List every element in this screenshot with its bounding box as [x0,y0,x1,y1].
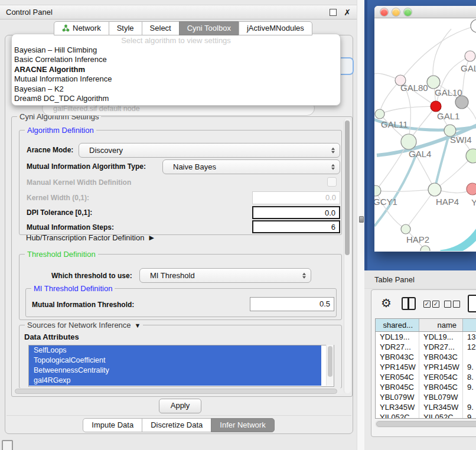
column-header-name[interactable]: name [419,319,463,331]
network-window-titlebar [374,6,476,18]
split-view-icon[interactable] [402,297,416,310]
tab-discretize-data[interactable]: Discretize Data [142,418,211,432]
network-node[interactable] [375,109,384,119]
table-row[interactable]: YDR27...YDR27...12 [376,342,476,352]
collapsed-arrow-icon[interactable]: ▶ [149,234,154,242]
algorithm-option-basic-correlation-inference[interactable]: Basic Correlation Inference [12,55,340,64]
sources-title-label: Sources for Network Inference [27,321,131,330]
column-header-2[interactable] [463,319,476,331]
network-node[interactable] [431,101,441,112]
unchecked-checkbox-icon[interactable] [444,301,451,308]
mi-steps-label: Mutual Information Steps: [27,223,114,231]
table-row[interactable]: YBR045CYBR045C9. [376,382,476,392]
table-row[interactable]: YDL19...YDL19...13 [376,332,476,342]
minimize-traffic-light-icon[interactable] [392,8,400,16]
attribute-item-selfloops[interactable]: SelfLoops [29,345,321,356]
split-pane-divider[interactable] [357,0,365,450]
apply-button[interactable]: Apply [159,399,201,413]
hub-definition-expander[interactable]: Hub/Transcription Factor Definition ▶ [26,233,154,242]
algorithm-option-aracne-algorithm[interactable]: ARACNE Algorithm [12,65,340,74]
which-threshold-value: MI Threshold [150,271,195,280]
scrollbar-thumb[interactable] [15,389,337,394]
network-canvas[interactable]: GALGAL80GAL10GAL1GAL11SWI4GAL4GCY1HAP4YH… [374,18,476,251]
unchecked-checkbox-icon[interactable] [453,301,460,308]
attribute-item-topologicalcoefficient[interactable]: TopologicalCoefficient [29,356,321,366]
checked-checkbox-icon[interactable]: ✓ [432,301,439,308]
scrollbar-thumb[interactable] [328,346,332,377]
mi-type-combo[interactable]: Naive Bayes [162,159,340,174]
settings-horizontal-scrollbar[interactable] [14,388,343,394]
attributes-list-scrollbar[interactable] [326,345,334,386]
algorithm-dropdown-prompt: Select algorithm to view settings [12,35,340,45]
table-row[interactable]: YIL052CYIL052C9. [376,412,476,418]
kernel-width-label: Kernel Width (0,1): [27,194,89,202]
algorithm-option-bayesian-hill-climbing[interactable]: Bayesian – Hill Climbing [12,45,340,55]
network-node-label: GAL4 [409,149,431,159]
attribute-item-gal4rgexp[interactable]: gal4RGexp [29,376,321,386]
table-cell: YDR27... [419,342,463,352]
close-icon[interactable]: ✗ [344,9,351,15]
tab-network[interactable]: Network [54,21,109,35]
table-panel: ⚙ ✓ ✓ shared...name YDL19...YDL19...13YD… [371,289,476,437]
sources-group-title[interactable]: Sources for Network Inference ▼ [25,321,143,330]
minimized-panel-icon[interactable] [2,440,13,450]
mi-threshold-field[interactable]: 0.5 [250,297,334,311]
aracne-mode-combo[interactable]: Discovery [79,143,340,158]
gear-icon[interactable]: ⚙ [381,296,392,310]
tab-style[interactable]: Style [109,21,142,35]
checked-checkbox-icon[interactable]: ✓ [423,301,431,308]
algorithm-option-dream8-dc-tdc-algorithm[interactable]: Dream8 DC_TDC Algorithm [12,94,340,103]
manual-kernel-checkbox[interactable] [327,177,337,187]
table-row[interactable]: YER054CYER054C8. [376,372,476,382]
which-threshold-combo[interactable]: MI Threshold [139,268,311,283]
table-rows: YDL19...YDL19...13YDR27...YDR27...12YBR0… [376,332,476,418]
column-header-shared[interactable]: shared... [376,319,419,331]
table-cell: YBR045C [376,382,419,392]
algorithm-option-bayesian-k2[interactable]: Bayesian – K2 [12,84,340,94]
table-row[interactable]: YBR043CYBR043C [376,352,476,362]
network-node-label: GAL [461,63,476,73]
divider-grip-icon[interactable] [359,216,364,223]
table-horizontal-scrollbar[interactable] [375,420,476,428]
scrollbar-thumb[interactable] [376,421,476,427]
tab-jactivemnodules[interactable]: jActiveMNodules [239,21,312,35]
network-node[interactable] [427,76,440,89]
data-attributes-list[interactable]: SelfLoopsTopologicalCoefficientBetweenne… [28,345,334,387]
mi-steps-field[interactable]: 6 [252,220,340,233]
close-traffic-light-icon[interactable] [380,8,388,16]
panel-separator [6,415,351,416]
expanded-arrow-icon[interactable]: ▼ [135,322,141,329]
algorithm-option-mutual-information-inference[interactable]: Mutual Information Inference [12,74,340,84]
network-node[interactable] [401,134,416,149]
table-cell: YBL079W [376,392,419,402]
scrollbar-thumb[interactable] [345,120,350,255]
tab-infer-network[interactable]: Infer Network [211,418,274,432]
table-row[interactable]: YPR145WYPR145W9. [376,362,476,372]
network-node[interactable] [455,96,468,109]
network-node[interactable] [466,149,476,163]
aracne-mode-value: Discovery [89,146,123,155]
float-window-icon[interactable] [330,9,337,16]
network-node[interactable] [374,185,381,196]
manual-kernel-label: Manual Kernel Width Definition [27,178,131,187]
settings-vertical-scrollbar[interactable] [344,119,351,393]
mi-type-value: Naive Bayes [173,162,216,171]
network-node[interactable] [428,183,441,196]
attribute-item-betweennesscentrality[interactable]: BetweennessCentrality [29,366,321,376]
table-cell: 8. [463,372,476,382]
table-cell: YBL079W [419,392,463,402]
tab-cyni-toolbox[interactable]: Cyni Toolbox [179,21,239,35]
tab-impute-data[interactable]: Impute Data [83,418,142,432]
network-node[interactable] [471,19,476,32]
dpi-tolerance-field[interactable]: 0.0 [252,206,340,219]
network-node[interactable] [467,183,476,195]
panel-icon[interactable] [468,295,476,312]
tab-select[interactable]: Select [142,21,180,35]
kernel-width-field[interactable]: 0.0 [252,191,340,204]
table-row[interactable]: YBL079WYBL079W [376,392,476,402]
control-panel-titlebar: Control Panel ✗ [0,5,357,19]
network-node[interactable] [401,224,410,234]
network-node[interactable] [465,51,475,61]
table-row[interactable]: YLR345WYLR345W9. [376,402,476,412]
zoom-traffic-light-icon[interactable] [404,8,412,16]
